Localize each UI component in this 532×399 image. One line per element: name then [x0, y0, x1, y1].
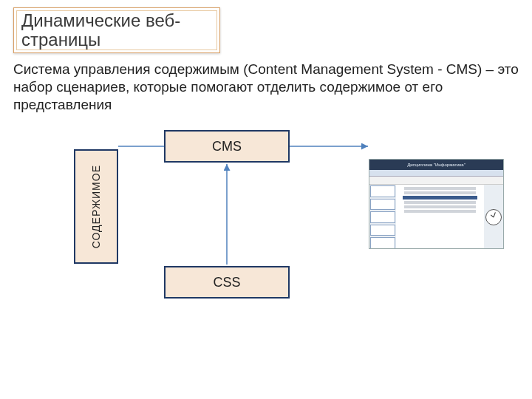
slide-description: Система управления содержимым (Content M…	[13, 61, 519, 113]
cms-box: CMS	[164, 130, 290, 163]
screenshot-left-column	[369, 185, 396, 249]
content-box: СОДЕРЖИМОЕ	[74, 149, 118, 264]
screenshot-text-line	[404, 187, 475, 190]
screenshot-menu	[369, 170, 503, 177]
slide: Динамические веб-страницы Система управл…	[0, 0, 532, 399]
example-screenshot: Дисциплина "Информатика"	[369, 159, 504, 249]
content-box-label: СОДЕРЖИМОЕ	[90, 165, 102, 248]
screenshot-text-line	[404, 191, 475, 194]
slide-title-box: Динамические веб-страницы	[13, 7, 220, 53]
screenshot-body	[369, 185, 503, 249]
clock-icon	[485, 209, 502, 225]
screenshot-text-line	[403, 196, 478, 200]
screenshot-text-line	[404, 201, 475, 204]
screenshot-text-line	[404, 205, 475, 208]
css-box: CSS	[164, 266, 290, 299]
screenshot-text-line	[404, 210, 475, 213]
cms-box-label: CMS	[212, 139, 242, 154]
screenshot-row	[370, 199, 395, 211]
screenshot-row	[370, 211, 395, 223]
screenshot-main	[396, 185, 484, 249]
screenshot-row	[370, 225, 395, 236]
css-box-label: CSS	[213, 275, 240, 290]
slide-title: Динамические веб-страницы	[21, 11, 212, 50]
screenshot-row	[370, 185, 395, 197]
screenshot-row	[370, 237, 395, 249]
screenshot-header: Дисциплина "Информатика"	[369, 160, 503, 170]
screenshot-right-column	[484, 185, 503, 249]
screenshot-banner	[369, 177, 503, 185]
